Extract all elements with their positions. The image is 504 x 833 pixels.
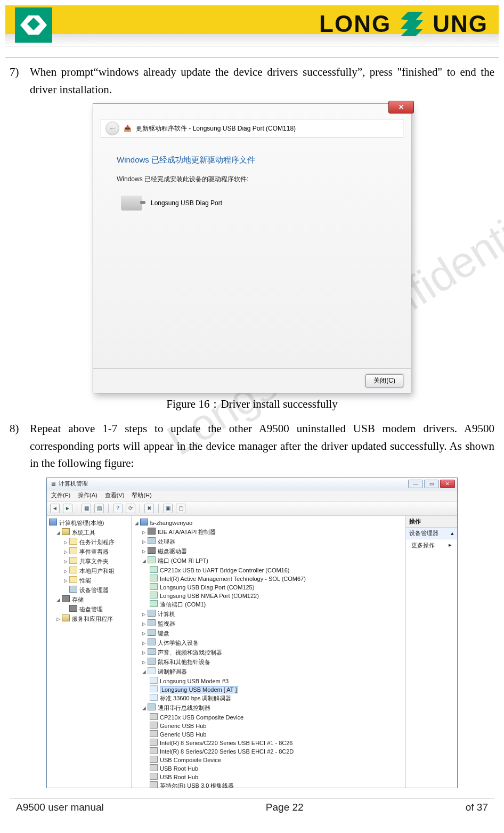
window-body: 计算机管理(本地) ◢系统工具 ▷任务计划程序 ▷事件查看器 ▷共享文件夹 ▷本… [47,516,457,788]
device-group[interactable]: ◢端口 (COM 和 LPT) [135,556,402,565]
menu-action[interactable]: 操作(A) [78,491,97,499]
device-group[interactable]: ▷处理器 [135,537,402,546]
tree-root[interactable]: 计算机管理(本地) [49,518,129,528]
device-item[interactable]: Longsung USB Modem [ AT ] [135,685,402,693]
properties-icon[interactable]: ▤ [94,504,104,513]
tree-systools[interactable]: ◢系统工具 [49,528,129,537]
device-icon [150,739,158,746]
page-footer: A9500 user manual Page 22 of 37 [16,802,488,813]
group-label: 声音、视频和游戏控制器 [158,649,222,656]
device-item[interactable]: Longsung USB Diag Port (COM125) [135,583,402,591]
maximize-button[interactable]: ▭ [424,480,439,488]
device-item[interactable]: Longsung USB Modem #3 [135,676,402,685]
group-icon [148,610,156,617]
device-item[interactable]: CP210x USB to UART Bridge Controller (CO… [135,565,402,574]
minimize-button[interactable]: — [408,480,423,488]
device-item[interactable]: 标准 33600 bps 调制解调器 [135,693,402,703]
device-group[interactable]: ▷监视器 [135,619,402,628]
device-icon [150,764,158,771]
group-label: 磁盘驱动器 [158,548,187,554]
footer-right: of 37 [466,802,488,813]
device-group[interactable]: ▷键盘 [135,628,402,638]
device-item[interactable]: Longsung USB NMEA Port (COM122) [135,591,402,600]
device-item[interactable]: Intel(R) Active Management Technology - … [135,574,402,583]
device-row: Longsung USB Diag Port [121,196,387,211]
device-item[interactable]: Intel(R) 8 Series/C220 Series USB EHCI #… [135,747,402,755]
tree-item[interactable]: ▷共享文件夹 [49,556,129,566]
device-label: Longsung USB Diag Port (COM125) [160,584,254,591]
modem-icon [150,694,158,701]
device-item[interactable]: Intel(R) 8 Series/C220 Series USB EHCI #… [135,738,402,747]
footer-mid: Page 22 [266,802,304,813]
actions-more[interactable]: 更多操作 ▸ [406,539,457,552]
tree-storage[interactable]: ◢存储 [49,595,129,604]
device-group[interactable]: ◢调制解调器 [135,667,402,676]
window-titlebar: 🖥 计算机管理 — ▭ ✕ [47,478,457,490]
device-group[interactable]: ▷声音、视频和游戏控制器 [135,648,402,657]
brand-left: LONG [319,12,391,36]
close-button[interactable]: ✕ [388,101,414,114]
scan-icon[interactable]: ⟳ [126,504,135,513]
uninstall-icon[interactable]: ✖ [144,504,154,513]
device-label: Generic USB Hub [160,731,206,738]
tree-services[interactable]: ▷服务和应用程序 [49,614,129,624]
footer-left: A9500 user manual [16,802,104,813]
toolbar: ◄ ► ▦ ▤ ? ⟳ ✖ ▣ ▢ [47,502,457,516]
collapse-icon[interactable]: ▴ [451,530,454,537]
driver-update-dialog: ✕ ← 📥 更新驱动程序软件 - Longsung USB Diag Port … [93,103,411,393]
device-icon [121,196,142,211]
menu-file[interactable]: 文件(F) [51,491,70,499]
nav-back-icon[interactable]: ◄ [50,504,60,513]
device-group[interactable]: ▷鼠标和其他指针设备 [135,657,402,667]
device-item[interactable]: 英特尔(R) USB 3.0 根集线器 [135,781,402,788]
tree-item[interactable]: ▷任务计划程序 [49,537,129,547]
device-icon [150,600,158,607]
device-item[interactable]: USB Root Hub [135,772,402,781]
list-item-8: 8) Repeat above 1-7 steps to update the … [10,420,494,472]
tree-item[interactable]: ▷事件查看器 [49,547,129,556]
enable-icon[interactable]: ▣ [163,504,173,513]
tree-item-devmgr[interactable]: 设备管理器 [49,585,129,595]
device-item[interactable]: USB Root Hub [135,764,402,772]
device-group[interactable]: ▷磁盘驱动器 [135,546,402,556]
device-label: 标准 33600 bps 调制解调器 [160,695,232,701]
up-icon[interactable]: ▦ [82,504,91,513]
help-icon[interactable]: ? [113,504,123,513]
device-label: USB Root Hub [160,774,198,780]
device-item[interactable]: Generic USB Hub [135,721,402,730]
disable-icon[interactable]: ▢ [176,504,185,513]
mgmt-tree: 计算机管理(本地) ◢系统工具 ▷任务计划程序 ▷事件查看器 ▷共享文件夹 ▷本… [49,518,129,624]
device-group[interactable]: ◢通用串行总线控制器 [135,703,402,713]
disk-icon [69,605,77,612]
tree-host[interactable]: ◢ls-zhangwenyao [135,518,402,527]
footer-rule [10,798,494,798]
tree-item[interactable]: 磁盘管理 [49,604,129,614]
list-item-7: 7) When prompt“windows already update th… [10,63,494,98]
toolbar-separator [158,504,159,513]
device-group[interactable]: ▷计算机 [135,609,402,619]
close-window-button[interactable]: ✕ [440,480,455,488]
device-item[interactable]: USB Composite Device [135,755,402,764]
device-label: 通信端口 (COM1) [160,601,206,608]
close-dialog-button[interactable]: 关闭(C) [365,374,403,387]
menu-help[interactable]: 帮助(H) [132,491,151,499]
window-title: 计算机管理 [59,480,88,488]
device-group[interactable]: ▷人体学输入设备 [135,638,402,648]
device-label-selected: Longsung USB Modem [ AT ] [160,686,238,693]
list-text: Repeat above 1-7 steps to update the oth… [30,420,494,472]
window-icon: 🖥 [50,481,56,487]
device-item[interactable]: 通信端口 (COM1) [135,600,402,609]
tree-item[interactable]: ▷本地用户和组 [49,566,129,576]
services-icon [62,614,70,621]
device-item[interactable]: Generic USB Hub [135,730,402,738]
tree-item[interactable]: ▷性能 [49,576,129,585]
menu-view[interactable]: 查看(V) [105,491,125,499]
figure-16: ✕ ← 📥 更新驱动程序软件 - Longsung USB Diag Port … [0,103,504,417]
group-icon [148,658,156,665]
group-label: 人体学输入设备 [158,640,199,646]
group-label: 通用串行总线控制器 [158,705,210,711]
device-item[interactable]: CP210x USB Composite Device [135,713,402,721]
nav-fwd-icon[interactable]: ► [63,504,72,513]
device-group[interactable]: ▷IDE ATA/ATAPI 控制器 [135,527,402,537]
back-button[interactable]: ← [105,122,119,135]
